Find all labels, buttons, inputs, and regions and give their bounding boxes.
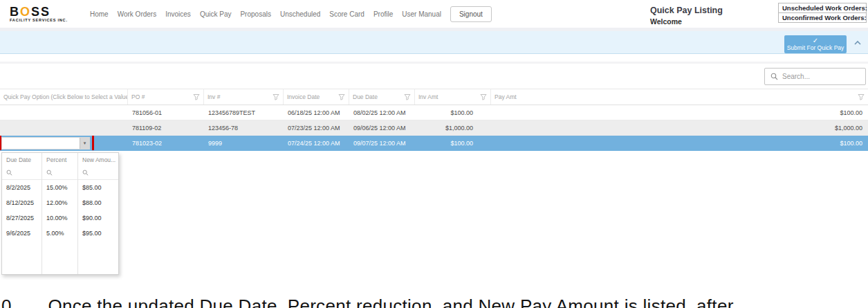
grid-search-box[interactable] (764, 68, 866, 85)
dropdown-option-cell[interactable]: 12.00% (42, 195, 77, 210)
cell-inv: 9999 (204, 136, 284, 150)
filter-icon[interactable] (273, 93, 279, 100)
logo-subtitle: FACILITY SERVICES INC. (10, 19, 79, 23)
column-header-label: Pay Amt (495, 93, 517, 100)
filter-icon[interactable] (480, 93, 487, 100)
cell-due-date: 09/07/25 12:00 AM (349, 136, 415, 150)
filter-icon[interactable] (858, 93, 865, 100)
dropdown-column-header: New Amou... (78, 153, 118, 166)
cell-inv: 123456789TEST (204, 105, 284, 120)
boss-logo: BOSS FACILITY SERVICES INC. (10, 6, 79, 23)
cell-due-date: 08/02/25 12:00 AM (349, 105, 415, 120)
column-header-po[interactable]: PO # (128, 89, 204, 105)
check-icon: ✓ (813, 37, 818, 44)
signout-button[interactable]: Signout (450, 6, 492, 22)
logo-letter-o: O (20, 5, 31, 19)
welcome-text: Welcome (650, 17, 682, 26)
submit-for-quick-pay-button[interactable]: ✓ Submit For Quick Pay (784, 35, 847, 53)
column-header-label: Invoice Date (287, 93, 320, 100)
dropdown-option-cell[interactable]: 9/6/2025 (2, 226, 41, 241)
search-icon (82, 170, 89, 176)
dropdown-column-due-date: Due Date 8/2/2025 8/12/2025 8/27/2025 9/… (2, 153, 42, 274)
collapse-panel-chevron-up-icon[interactable] (853, 39, 862, 46)
dropdown-option-cell[interactable]: $85.00 (78, 180, 118, 195)
search-input[interactable] (782, 73, 860, 80)
dropdown-option-cell[interactable]: 5.00% (42, 226, 77, 241)
column-header-inv[interactable]: Inv # (204, 89, 284, 105)
cell-po: 781109-02 (128, 120, 204, 135)
unscheduled-work-orders-badge: Unscheduled Work Orders: 1 (778, 3, 867, 13)
column-header-inv-amt[interactable]: Inv Amt (415, 89, 491, 105)
search-icon (6, 170, 12, 176)
nav-item-work-orders[interactable]: Work Orders (118, 10, 157, 18)
dropdown-option-cell[interactable]: 10.00% (42, 210, 77, 226)
column-header-pay-amt[interactable]: Pay Amt (491, 89, 868, 105)
quick-pay-grid: Quick Pay Option (Click Below to Select … (0, 89, 868, 151)
dropdown-column-percent: Percent 15.00% 12.00% 10.00% 5.00% (42, 153, 78, 274)
chevron-down-icon: ▾ (84, 141, 86, 146)
cell-quick-pay-option[interactable] (0, 120, 128, 135)
cell-due-date: 09/06/25 12:00 AM (349, 120, 415, 135)
column-header-label: Inv Amt (418, 93, 438, 100)
cell-quick-pay-option[interactable] (0, 105, 128, 120)
dropdown-option-cell[interactable]: $88.00 (78, 195, 118, 210)
top-navigation-bar: BOSS FACILITY SERVICES INC. Home Work Or… (0, 0, 868, 28)
column-header-label: Due Date (353, 93, 378, 100)
nav-menu: Home Work Orders Invoices Quick Pay Prop… (90, 10, 441, 18)
column-header-quick-pay-option[interactable]: Quick Pay Option (Click Below to Select … (0, 89, 128, 105)
table-row[interactable]: 781109-02 123456-78 07/23/25 12:00 AM 09… (0, 120, 868, 136)
table-row-selected[interactable]: ▾ 781023-02 9999 07/24/25 12:00 AM 09/07… (0, 136, 868, 151)
cell-pay-amt: $1,000.00 (491, 120, 868, 135)
cell-po: 781056-01 (128, 105, 204, 120)
quick-pay-toolbar (0, 31, 868, 54)
dropdown-button[interactable]: ▾ (80, 138, 89, 149)
dropdown-column-new-amount: New Amou... $85.00 $88.00 $90.00 $95.00 (78, 153, 118, 274)
cell-invoice-date: 06/18/25 12:00 AM (284, 105, 349, 120)
work-order-badges: Unscheduled Work Orders: 1 Unconfirmed W… (778, 3, 867, 23)
cell-inv-amt: $1,000.00 (415, 120, 491, 135)
nav-item-unscheduled[interactable]: Unscheduled (280, 10, 320, 18)
quick-pay-option-dropdown-panel: Due Date 8/2/2025 8/12/2025 8/27/2025 9/… (1, 152, 119, 275)
column-header-label: Inv # (207, 93, 220, 100)
nav-item-proposals[interactable]: Proposals (240, 10, 270, 18)
nav-item-user-manual[interactable]: User Manual (402, 10, 441, 18)
filter-icon[interactable] (404, 93, 411, 100)
dropdown-column-header: Due Date (2, 153, 41, 166)
search-icon (46, 170, 53, 176)
column-header-label: PO # (131, 93, 145, 100)
quick-pay-option-lookup-input[interactable]: ▾ (1, 137, 90, 150)
logo-letters-ss: SS (31, 5, 50, 19)
nav-item-profile[interactable]: Profile (373, 10, 393, 18)
dropdown-column-search[interactable] (42, 166, 77, 180)
dropdown-option-cell[interactable]: 8/27/2025 (2, 210, 41, 226)
cell-invoice-date: 07/23/25 12:00 AM (284, 120, 349, 135)
dropdown-column-search[interactable] (2, 166, 41, 180)
cell-pay-amt: $100.00 (491, 105, 868, 120)
nav-item-home[interactable]: Home (90, 10, 109, 18)
cell-quick-pay-option-editor[interactable]: ▾ (0, 136, 128, 150)
cell-pay-amt: $100.00 (491, 136, 868, 150)
dropdown-option-cell[interactable]: $90.00 (78, 210, 118, 226)
column-header-due-date[interactable]: Due Date (349, 89, 415, 105)
dropdown-option-cell[interactable]: $95.00 (78, 226, 118, 241)
nav-item-score-card[interactable]: Score Card (329, 10, 364, 18)
filter-icon[interactable] (338, 93, 345, 100)
cell-inv: 123456-78 (204, 120, 284, 135)
grid-header-row: Quick Pay Option (Click Below to Select … (0, 89, 868, 105)
dropdown-option-cell[interactable]: 15.00% (42, 180, 77, 195)
submit-button-label: Submit For Quick Pay (787, 44, 844, 51)
cell-po: 781023-02 (128, 136, 204, 150)
logo-letter-b: B (10, 5, 20, 19)
dropdown-option-cell[interactable]: 8/2/2025 (2, 180, 41, 195)
dropdown-option-cell[interactable]: 8/12/2025 (2, 195, 41, 210)
column-header-invoice-date[interactable]: Invoice Date (284, 89, 349, 105)
dropdown-column-search[interactable] (78, 166, 118, 180)
cell-inv-amt: $100.00 (415, 136, 491, 150)
nav-item-quick-pay[interactable]: Quick Pay (200, 10, 232, 18)
table-row[interactable]: 781056-01 123456789TEST 06/18/25 12:00 A… (0, 105, 868, 120)
instruction-text: 0. Once the updated Due Date, Percent re… (1, 296, 734, 308)
search-icon (770, 73, 778, 80)
dropdown-column-header: Percent (42, 153, 77, 166)
nav-item-invoices[interactable]: Invoices (165, 10, 191, 18)
filter-icon[interactable] (193, 93, 200, 100)
